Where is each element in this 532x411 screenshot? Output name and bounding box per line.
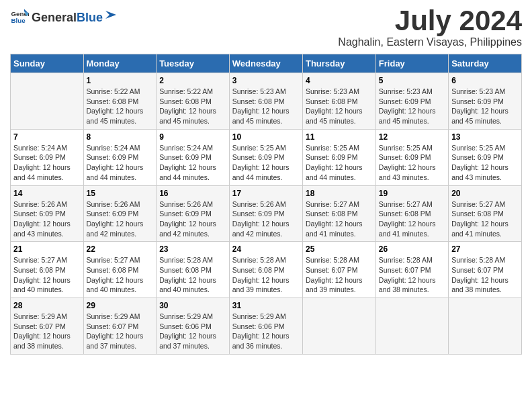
header-friday: Friday (375, 54, 448, 73)
logo-icon: General Blue (10, 7, 29, 26)
header-tuesday: Tuesday (157, 54, 230, 73)
day-cell: 26Sunrise: 5:28 AM Sunset: 6:07 PM Dayli… (375, 242, 448, 298)
page-header: General Blue GeneralBlue July 2024 Nagha… (10, 7, 522, 48)
day-cell: 13Sunrise: 5:25 AM Sunset: 6:09 PM Dayli… (449, 129, 522, 185)
day-number: 2 (159, 76, 226, 85)
day-cell: 19Sunrise: 5:27 AM Sunset: 6:08 PM Dayli… (375, 185, 448, 242)
day-number: 12 (379, 132, 445, 142)
day-number: 21 (13, 244, 81, 254)
week-row-1: 1Sunrise: 5:22 AM Sunset: 6:08 PM Daylig… (11, 73, 522, 130)
day-cell: 6Sunrise: 5:23 AM Sunset: 6:09 PM Daylig… (449, 73, 522, 130)
day-info: Sunrise: 5:28 AM Sunset: 6:08 PM Dayligh… (232, 255, 300, 295)
day-cell: 9Sunrise: 5:24 AM Sunset: 6:09 PM Daylig… (157, 129, 230, 185)
day-cell: 16Sunrise: 5:26 AM Sunset: 6:09 PM Dayli… (157, 185, 230, 242)
day-cell: 27Sunrise: 5:28 AM Sunset: 6:07 PM Dayli… (449, 242, 522, 298)
svg-marker-4 (105, 11, 116, 19)
day-number: 28 (13, 301, 81, 310)
day-info: Sunrise: 5:28 AM Sunset: 6:07 PM Dayligh… (451, 255, 519, 295)
day-cell: 4Sunrise: 5:23 AM Sunset: 6:08 PM Daylig… (302, 73, 375, 130)
day-cell: 17Sunrise: 5:26 AM Sunset: 6:09 PM Dayli… (229, 185, 302, 242)
day-info: Sunrise: 5:25 AM Sunset: 6:09 PM Dayligh… (232, 143, 300, 183)
day-number: 13 (451, 132, 519, 142)
month-title: July 2024 (338, 7, 522, 35)
day-cell: 1Sunrise: 5:22 AM Sunset: 6:08 PM Daylig… (83, 73, 157, 130)
day-info: Sunrise: 5:29 AM Sunset: 6:07 PM Dayligh… (87, 312, 154, 351)
week-row-5: 28Sunrise: 5:29 AM Sunset: 6:07 PM Dayli… (11, 298, 522, 355)
day-cell: 3Sunrise: 5:23 AM Sunset: 6:08 PM Daylig… (229, 73, 302, 130)
day-info: Sunrise: 5:26 AM Sunset: 6:09 PM Dayligh… (13, 199, 81, 239)
day-cell: 2Sunrise: 5:22 AM Sunset: 6:08 PM Daylig… (157, 73, 230, 130)
day-cell: 30Sunrise: 5:29 AM Sunset: 6:06 PM Dayli… (157, 298, 230, 355)
day-info: Sunrise: 5:29 AM Sunset: 6:06 PM Dayligh… (159, 312, 226, 351)
day-cell: 29Sunrise: 5:29 AM Sunset: 6:07 PM Dayli… (83, 298, 157, 355)
day-number: 10 (232, 132, 300, 142)
day-info: Sunrise: 5:28 AM Sunset: 6:07 PM Dayligh… (379, 255, 445, 295)
day-info: Sunrise: 5:29 AM Sunset: 6:07 PM Dayligh… (13, 312, 81, 351)
day-cell: 10Sunrise: 5:25 AM Sunset: 6:09 PM Dayli… (229, 129, 302, 185)
day-cell: 15Sunrise: 5:26 AM Sunset: 6:09 PM Dayli… (83, 185, 157, 242)
day-number: 27 (451, 244, 519, 254)
week-row-2: 7Sunrise: 5:24 AM Sunset: 6:09 PM Daylig… (11, 129, 522, 185)
header-monday: Monday (83, 54, 157, 73)
day-number: 24 (232, 244, 300, 254)
day-cell (302, 298, 375, 355)
day-info: Sunrise: 5:24 AM Sunset: 6:09 PM Dayligh… (87, 143, 154, 183)
header-row: SundayMondayTuesdayWednesdayThursdayFrid… (11, 54, 522, 73)
day-number: 1 (87, 76, 154, 85)
location: Naghalin, Eastern Visayas, Philippines (338, 36, 522, 48)
day-cell: 22Sunrise: 5:27 AM Sunset: 6:08 PM Dayli… (83, 242, 157, 298)
week-row-3: 14Sunrise: 5:26 AM Sunset: 6:09 PM Dayli… (11, 185, 522, 242)
day-cell: 12Sunrise: 5:25 AM Sunset: 6:09 PM Dayli… (375, 129, 448, 185)
day-number: 8 (87, 132, 154, 142)
day-info: Sunrise: 5:25 AM Sunset: 6:09 PM Dayligh… (451, 143, 519, 183)
day-number: 16 (159, 189, 226, 198)
day-number: 9 (159, 132, 226, 142)
day-info: Sunrise: 5:23 AM Sunset: 6:09 PM Dayligh… (379, 87, 445, 126)
day-number: 6 (451, 76, 519, 85)
day-info: Sunrise: 5:29 AM Sunset: 6:06 PM Dayligh… (232, 312, 300, 351)
day-number: 30 (159, 301, 226, 310)
day-number: 29 (87, 301, 154, 310)
day-cell (11, 73, 84, 130)
day-cell: 24Sunrise: 5:28 AM Sunset: 6:08 PM Dayli… (229, 242, 302, 298)
logo-blue: Blue (77, 11, 103, 25)
day-number: 26 (379, 244, 445, 254)
day-info: Sunrise: 5:26 AM Sunset: 6:09 PM Dayligh… (159, 199, 226, 239)
logo: General Blue GeneralBlue (10, 7, 118, 26)
day-info: Sunrise: 5:27 AM Sunset: 6:08 PM Dayligh… (13, 255, 81, 295)
week-row-4: 21Sunrise: 5:27 AM Sunset: 6:08 PM Dayli… (11, 242, 522, 298)
day-info: Sunrise: 5:27 AM Sunset: 6:08 PM Dayligh… (87, 255, 154, 295)
day-number: 22 (87, 244, 154, 254)
day-info: Sunrise: 5:22 AM Sunset: 6:08 PM Dayligh… (87, 87, 154, 126)
day-cell: 5Sunrise: 5:23 AM Sunset: 6:09 PM Daylig… (375, 73, 448, 130)
header-sunday: Sunday (11, 54, 84, 73)
day-number: 18 (306, 189, 373, 198)
day-cell: 14Sunrise: 5:26 AM Sunset: 6:09 PM Dayli… (11, 185, 84, 242)
day-number: 17 (232, 189, 300, 198)
day-info: Sunrise: 5:25 AM Sunset: 6:09 PM Dayligh… (379, 143, 445, 183)
day-cell: 20Sunrise: 5:27 AM Sunset: 6:08 PM Dayli… (449, 185, 522, 242)
day-number: 3 (232, 76, 300, 85)
day-info: Sunrise: 5:24 AM Sunset: 6:09 PM Dayligh… (13, 143, 81, 183)
day-info: Sunrise: 5:24 AM Sunset: 6:09 PM Dayligh… (159, 143, 226, 183)
day-cell: 18Sunrise: 5:27 AM Sunset: 6:08 PM Dayli… (302, 185, 375, 242)
day-number: 11 (306, 132, 373, 142)
day-number: 25 (306, 244, 373, 254)
day-number: 20 (451, 189, 519, 198)
day-info: Sunrise: 5:27 AM Sunset: 6:08 PM Dayligh… (451, 199, 519, 239)
day-cell: 23Sunrise: 5:28 AM Sunset: 6:08 PM Dayli… (157, 242, 230, 298)
day-number: 5 (379, 76, 445, 85)
day-info: Sunrise: 5:27 AM Sunset: 6:08 PM Dayligh… (306, 199, 373, 239)
title-area: July 2024 Naghalin, Eastern Visayas, Phi… (338, 7, 522, 48)
day-number: 4 (306, 76, 373, 85)
logo-arrow-icon (104, 8, 118, 21)
day-cell: 8Sunrise: 5:24 AM Sunset: 6:09 PM Daylig… (83, 129, 157, 185)
svg-text:Blue: Blue (11, 17, 26, 24)
day-number: 7 (13, 132, 81, 142)
day-info: Sunrise: 5:28 AM Sunset: 6:07 PM Dayligh… (306, 255, 373, 295)
day-cell: 7Sunrise: 5:24 AM Sunset: 6:09 PM Daylig… (11, 129, 84, 185)
header-saturday: Saturday (449, 54, 522, 73)
day-cell: 31Sunrise: 5:29 AM Sunset: 6:06 PM Dayli… (229, 298, 302, 355)
day-info: Sunrise: 5:26 AM Sunset: 6:09 PM Dayligh… (232, 199, 300, 239)
calendar-table: SundayMondayTuesdayWednesdayThursdayFrid… (10, 54, 522, 355)
